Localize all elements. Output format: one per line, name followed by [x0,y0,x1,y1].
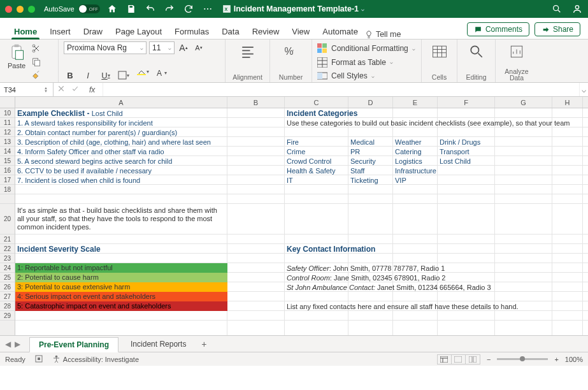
bold-button[interactable]: B [64,69,76,81]
row-header[interactable]: 26 [0,282,15,292]
account-icon[interactable] [571,3,583,15]
font-family-select[interactable]: Proxima Nova Rg⌵ [64,41,147,54]
font-color-button[interactable]: A▾ [153,69,166,81]
ribbon-tab-view[interactable]: View [285,23,316,39]
ribbon-tab-draw[interactable]: Draw [77,23,109,39]
zoom-in-icon[interactable]: + [554,356,558,363]
copy-icon[interactable] [31,56,42,68]
cells-group[interactable] [428,41,451,62]
home-icon[interactable] [106,3,118,15]
row-header[interactable]: 11 [0,118,15,127]
toggle-off-icon[interactable]: OFF [78,4,100,13]
cut-icon[interactable] [31,43,42,54]
border-button[interactable]: ▾ [117,69,130,81]
conditional-formatting-button[interactable]: Conditional Formatting⌵ [317,43,416,54]
col-header[interactable]: H [552,97,583,108]
expand-formula-bar-icon[interactable]: ⌵ [579,83,588,96]
enter-formula-icon[interactable] [71,85,79,94]
chevron-down-icon[interactable]: ⌵ [361,6,364,12]
row-header[interactable]: 23 [0,254,15,263]
ribbon-tab-page-layout[interactable]: Page Layout [109,23,168,39]
view-mode-buttons[interactable] [437,354,480,365]
col-header[interactable]: C [285,97,348,108]
analyze-data-button[interactable] [505,41,528,62]
prev-sheet-icon[interactable]: ◀ [4,340,12,349]
document-title[interactable]: X Incident Management Template-1 ⌵ [222,4,364,13]
next-sheet-icon[interactable]: ▶ [13,340,22,349]
row-header[interactable]: 15 [0,156,15,166]
col-header[interactable]: G [495,97,552,108]
sheet-tab[interactable]: Incident Reports [121,336,196,352]
worksheet-grid[interactable]: ABCDEFGH 1011121314151617182021222324252… [0,97,588,335]
col-header[interactable]: E [393,97,438,108]
share-button[interactable]: Share [534,22,580,36]
italic-button[interactable]: I [82,69,94,81]
row-header[interactable]: 24 [0,263,15,273]
underline-button[interactable]: U▾ [99,69,112,81]
add-sheet-button[interactable]: + [198,338,210,350]
increase-font-icon[interactable]: A▴ [177,42,190,54]
cell-styles-button[interactable]: Cell Styles⌵ [317,71,416,81]
row-header[interactable]: 27 [0,292,15,301]
decrease-font-icon[interactable]: A▾ [192,42,205,54]
alignment-group[interactable] [236,41,259,62]
col-header[interactable]: B [227,97,285,108]
row-header[interactable]: 10 [0,108,15,118]
page-break-view-icon[interactable] [466,355,480,364]
row-header[interactable]: 22 [0,244,15,254]
format-painter-icon[interactable] [31,69,42,81]
row-header[interactable]: 16 [0,166,15,175]
col-header[interactable]: A [15,97,227,108]
row-header[interactable] [0,194,15,204]
redo-icon[interactable] [164,3,175,15]
formula-input[interactable] [103,83,579,96]
row-header[interactable]: 17 [0,175,15,185]
ribbon-tab-data[interactable]: Data [215,23,245,39]
format-as-table-button[interactable]: Format as Table⌵ [317,57,416,68]
col-header[interactable]: F [438,97,495,108]
ribbon-tab-review[interactable]: Review [246,23,286,39]
row-header[interactable]: 13 [0,137,15,147]
fx-icon[interactable]: fx [85,85,99,94]
normal-view-icon[interactable] [438,355,452,364]
ribbon-tab-home[interactable]: Home [8,23,43,39]
row-header[interactable]: 28 [0,301,15,311]
more-icon[interactable] [202,3,213,15]
cells-area[interactable]: Example Checklist - Lost ChildIncident C… [15,108,588,335]
row-header[interactable]: 14 [0,147,15,156]
name-box[interactable]: T34 ▲▼ [0,83,54,96]
autosave-toggle[interactable]: AutoSave OFF [44,4,100,13]
close-window-icon[interactable] [5,6,12,13]
search-icon[interactable] [551,3,563,15]
row-header[interactable]: 25 [0,273,15,282]
sheet-tab-active[interactable]: Pre-Event Planning [29,337,118,352]
select-all-corner[interactable] [0,97,15,108]
zoom-level[interactable]: 100% [565,356,583,363]
row-header[interactable]: 21 [0,235,15,244]
comments-button[interactable]: Comments [467,22,529,36]
minimize-window-icon[interactable] [17,6,24,13]
cancel-formula-icon[interactable] [57,85,65,94]
zoom-out-icon[interactable]: − [487,356,491,363]
macro-record-icon[interactable] [34,354,43,365]
ribbon-tab-formulas[interactable]: Formulas [168,23,215,39]
font-size-select[interactable]: 11⌵ [149,41,175,54]
zoom-slider[interactable] [497,358,548,360]
col-header[interactable]: D [348,97,393,108]
refresh-icon[interactable] [183,3,194,15]
row-header[interactable]: 20 [0,204,15,235]
row-header[interactable]: 18 [0,185,15,194]
tell-me-search[interactable]: Tell me [364,30,401,39]
fill-color-button[interactable]: ▾ [135,69,148,81]
ribbon-tab-automate[interactable]: Automate [316,23,364,39]
save-icon[interactable] [125,3,137,15]
paste-button[interactable]: Paste [5,41,28,71]
ribbon-tab-insert[interactable]: Insert [43,23,77,39]
editing-group[interactable] [465,41,488,62]
accessibility-status[interactable]: Accessibility: Investigate [52,355,139,363]
number-group[interactable]: %, [280,41,303,62]
undo-icon[interactable] [145,3,156,15]
zoom-window-icon[interactable] [28,6,35,13]
row-header[interactable]: 29 [0,311,15,321]
namebox-stepper[interactable]: ▲▼ [43,87,49,93]
